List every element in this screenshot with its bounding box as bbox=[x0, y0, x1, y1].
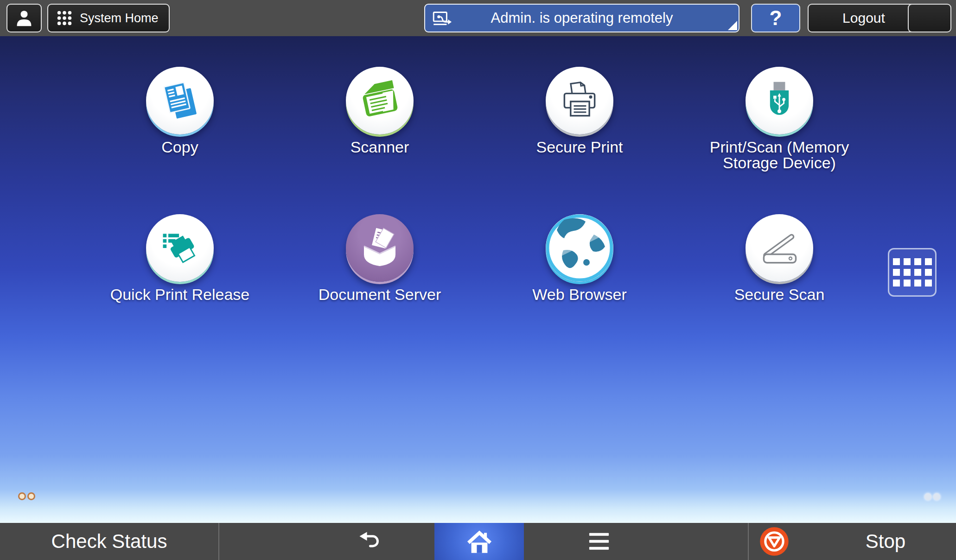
page-dot-left-2 bbox=[27, 492, 35, 500]
stop-button[interactable]: Stop bbox=[749, 523, 956, 560]
bottombar-divider bbox=[218, 523, 219, 560]
banner-corner-triangle bbox=[728, 21, 737, 30]
globe-icon bbox=[546, 214, 613, 282]
copy-icon bbox=[158, 78, 202, 123]
menu-button[interactable] bbox=[562, 523, 636, 560]
usb-tile-circle bbox=[746, 67, 813, 134]
home-icon bbox=[465, 527, 494, 556]
bottom-bar: Check Status bbox=[0, 523, 956, 560]
app-secure-scan[interactable]: Secure Scan bbox=[677, 214, 881, 302]
user-silhouette-icon bbox=[14, 8, 34, 28]
page-dot-right-1 bbox=[924, 493, 931, 500]
crescent-moon-icon bbox=[919, 9, 940, 27]
printer-touchscreen: System Home Admin. is operating remotely… bbox=[0, 0, 956, 560]
app-label: Secure Scan bbox=[734, 286, 825, 302]
stop-prohibition-icon bbox=[759, 527, 789, 556]
system-home-button[interactable]: System Home bbox=[47, 4, 170, 32]
page-dot-right-2 bbox=[933, 493, 940, 500]
secure-scan-icon bbox=[757, 226, 802, 270]
remote-status-text: Admin. is operating remotely bbox=[491, 10, 673, 26]
app-scanner[interactable]: Scanner bbox=[278, 67, 482, 155]
app-label: Scanner bbox=[351, 139, 409, 155]
logout-label: Logout bbox=[842, 10, 885, 26]
scanner-icon bbox=[357, 78, 402, 123]
app-secure-print[interactable]: Secure Print bbox=[478, 67, 682, 155]
app-label: Quick Print Release bbox=[110, 286, 249, 302]
app-label: Secure Print bbox=[536, 139, 623, 155]
quick-print-tile-circle bbox=[146, 214, 214, 282]
secure-scan-tile-circle bbox=[746, 214, 813, 282]
app-copy[interactable]: Copy bbox=[78, 67, 282, 155]
app-label: Copy bbox=[161, 139, 198, 155]
back-button[interactable] bbox=[333, 523, 408, 560]
quick-print-release-icon bbox=[158, 226, 202, 270]
home-button[interactable] bbox=[434, 523, 524, 560]
stop-label: Stop bbox=[835, 530, 937, 553]
remote-operation-icon bbox=[433, 11, 458, 27]
check-status-button[interactable]: Check Status bbox=[0, 523, 218, 560]
usb-memory-icon bbox=[757, 78, 802, 123]
logout-button[interactable]: Logout bbox=[808, 4, 920, 32]
help-label: ? bbox=[770, 6, 782, 30]
app-quick-print-release[interactable]: Quick Print Release bbox=[78, 214, 282, 302]
screen-sleep-button[interactable] bbox=[908, 4, 951, 32]
back-arrow-icon bbox=[356, 527, 385, 556]
app-web-browser[interactable]: Web Browser bbox=[478, 214, 682, 302]
home-screen: Copy Scanner bbox=[0, 36, 956, 523]
scanner-tile-circle bbox=[346, 67, 414, 134]
application-list-button[interactable] bbox=[888, 248, 937, 297]
grid-3x3-dots-icon bbox=[56, 9, 73, 27]
document-server-tile-circle bbox=[346, 214, 414, 282]
secure-print-icon bbox=[557, 78, 602, 123]
secure-print-tile-circle bbox=[546, 67, 613, 134]
remote-status-banner[interactable]: Admin. is operating remotely bbox=[424, 4, 739, 32]
copy-tile-circle bbox=[146, 67, 214, 134]
page-dot-left-1 bbox=[18, 492, 26, 500]
app-print-scan-memory[interactable]: Print/Scan (Memory Storage Device) bbox=[677, 67, 881, 171]
hamburger-menu-icon bbox=[586, 530, 612, 553]
apps-grid-icon bbox=[893, 258, 932, 286]
system-home-label: System Home bbox=[80, 11, 159, 25]
top-bar: System Home Admin. is operating remotely… bbox=[0, 0, 956, 36]
app-label: Print/Scan (Memory Storage Device) bbox=[691, 139, 867, 171]
user-login-button[interactable] bbox=[6, 4, 42, 32]
check-status-label: Check Status bbox=[51, 530, 167, 553]
app-label: Web Browser bbox=[532, 286, 626, 302]
app-label: Document Server bbox=[319, 286, 441, 302]
help-button[interactable]: ? bbox=[751, 4, 800, 32]
document-server-icon bbox=[357, 225, 403, 271]
web-browser-tile-circle bbox=[546, 214, 613, 282]
app-document-server[interactable]: Document Server bbox=[278, 214, 482, 302]
